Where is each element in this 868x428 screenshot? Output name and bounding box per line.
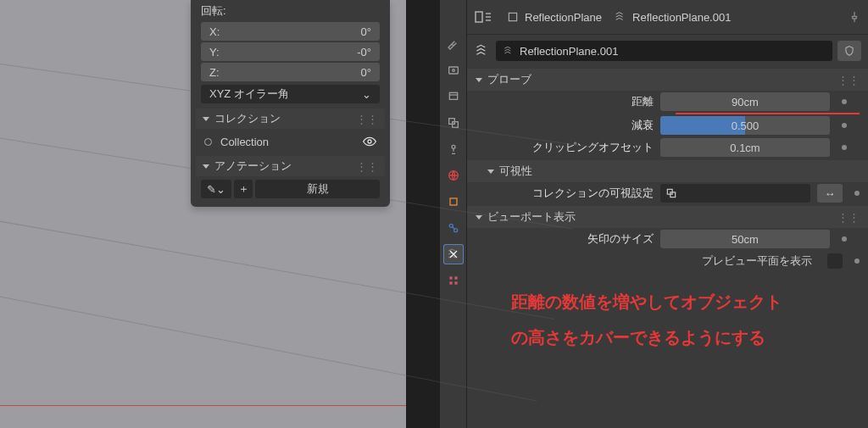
section-collection-header[interactable]: コレクション ⋮⋮ [196,108,385,129]
annotation-new-button[interactable]: 新規 [255,180,380,198]
svg-rect-14 [454,281,457,284]
axis-label: Z: [209,66,230,79]
svg-rect-1 [448,67,458,74]
svg-point-2 [452,69,454,72]
svg-rect-11 [449,276,452,279]
tab-data-icon[interactable] [443,244,464,264]
tab-texture-icon[interactable] [443,270,464,291]
breadcrumb-item[interactable]: ReflectionPlane.001 [632,11,731,24]
animate-dot-icon[interactable] [854,258,860,264]
axis-label: Y: [209,46,230,58]
panel-title: プローブ [487,72,531,87]
tab-constraints-icon[interactable] [443,218,464,238]
properties-panel: ReflectionPlane ReflectionPlane.001 Refl… [467,0,868,428]
falloff-field[interactable]: 0.500 [660,116,830,135]
reflection-plane-icon [503,45,515,57]
circle-icon [204,138,212,146]
distance-label: 距離 [476,94,654,109]
tab-output-icon[interactable] [443,86,464,107]
annotation-layer-button[interactable]: ✎⌄ [201,180,231,198]
chevron-down-icon [476,78,482,82]
dropdown-label: XYZ オイラー角 [209,86,289,102]
breadcrumb-item[interactable]: ReflectionPlane [525,11,602,24]
axis-value: -0° [357,46,371,58]
tab-world-icon[interactable] [443,165,464,186]
drag-dots-icon: ⋮⋮ [837,74,860,86]
rotation-y-field[interactable]: Y: -0° [201,42,380,61]
rotation-mode-dropdown[interactable]: XYZ オイラー角 ⌄ [201,85,380,103]
drag-dots-icon: ⋮⋮ [837,211,860,224]
reflection-plane-icon [614,10,627,24]
breadcrumb: ReflectionPlane.001 [614,10,731,24]
datablock-name-field[interactable]: ReflectionPlane.001 [496,41,832,61]
properties-header: ReflectionPlane ReflectionPlane.001 [467,0,868,35]
animate-dot-icon[interactable] [842,145,847,150]
area-divider[interactable] [406,0,440,428]
animate-dot-icon[interactable] [842,236,847,242]
animate-dot-icon[interactable] [842,99,847,104]
collection-visibility-field[interactable] [660,184,810,203]
rotation-x-field[interactable]: X: 0° [201,22,380,41]
tab-render-icon[interactable] [443,60,464,81]
editor-type-icon[interactable] [474,9,494,25]
svg-point-0 [368,140,371,143]
falloff-label: 減衰 [476,118,654,133]
animate-dot-icon[interactable] [842,123,847,128]
viewport-3d[interactable]: 回転: X: 0° Y: -0° Z: 0° XYZ オイラー角 ⌄ コレクショ… [0,0,406,428]
panel-title: 可視性 [499,164,532,179]
overlay-line2: の高さをカバーできるようにする [511,320,868,355]
collection-visibility-label: コレクションの可視設定 [476,186,654,201]
svg-rect-13 [449,281,452,284]
section-title: アノテーション [214,158,292,174]
annotation-new-label: 新規 [307,181,329,197]
reflection-plane-icon [474,42,491,59]
properties-tabs [440,0,467,428]
object-icon [506,10,520,24]
drag-dots-icon: ⋮⋮ [356,113,378,125]
collection-icon [665,187,677,199]
preview-plane-checkbox[interactable] [827,253,843,269]
animate-dot-icon[interactable] [854,191,860,196]
axis-value: 0° [361,25,371,38]
tab-scene-icon[interactable] [443,139,464,159]
overlay-line1: 距離の数値を増やしてオブジェクト [511,284,868,320]
collection-name: Collection [220,136,269,148]
plus-icon: ＋ [238,181,249,197]
pencil-icon: ✎⌄ [207,183,225,196]
chevron-down-icon: ⌄ [362,88,371,101]
rotation-label: 回転: [191,0,390,20]
panel-probe-header[interactable]: プローブ ⋮⋮ [467,69,868,91]
datablock-name: ReflectionPlane.001 [520,45,618,58]
fake-user-button[interactable] [837,41,861,61]
axis-value: 0° [361,66,371,79]
breadcrumb: ReflectionPlane [506,10,602,24]
svg-point-6 [452,145,455,148]
rotation-z-field[interactable]: Z: 0° [201,63,380,81]
drag-dots-icon: ⋮⋮ [356,160,378,173]
eye-icon[interactable] [363,135,376,148]
tab-tool-icon[interactable] [443,34,464,54]
pin-icon[interactable] [848,10,861,24]
arrow-size-label: 矢印のサイズ [476,231,654,247]
chevron-down-icon [487,170,494,174]
panel-viewport-display-header[interactable]: ビューポート表示 ⋮⋮ [467,206,868,228]
svg-rect-16 [509,13,516,20]
chevron-down-icon [203,164,209,169]
axis-label: X: [209,25,230,38]
clipping-offset-field[interactable]: 0.1cm [660,138,830,157]
tab-viewlayer-icon[interactable] [443,113,464,133]
collection-row[interactable]: Collection [204,132,376,151]
annotation-add-button[interactable]: ＋ [234,180,253,198]
n-panel: 回転: X: 0° Y: -0° Z: 0° XYZ オイラー角 ⌄ コレクショ… [191,0,390,207]
svg-rect-8 [450,198,457,205]
preview-plane-label: プレビュー平面を表示 [702,253,812,269]
section-annotation-header[interactable]: アノテーション ⋮⋮ [196,156,385,176]
svg-rect-12 [454,276,457,279]
distance-field[interactable]: 90cm [660,92,830,111]
chevron-down-icon [203,117,209,121]
invert-button[interactable]: ↔ [817,184,843,203]
svg-rect-3 [449,92,457,99]
chevron-down-icon [476,215,482,220]
panel-visibility-header[interactable]: 可視性 [467,160,868,182]
arrow-size-field[interactable]: 50cm [660,230,830,248]
